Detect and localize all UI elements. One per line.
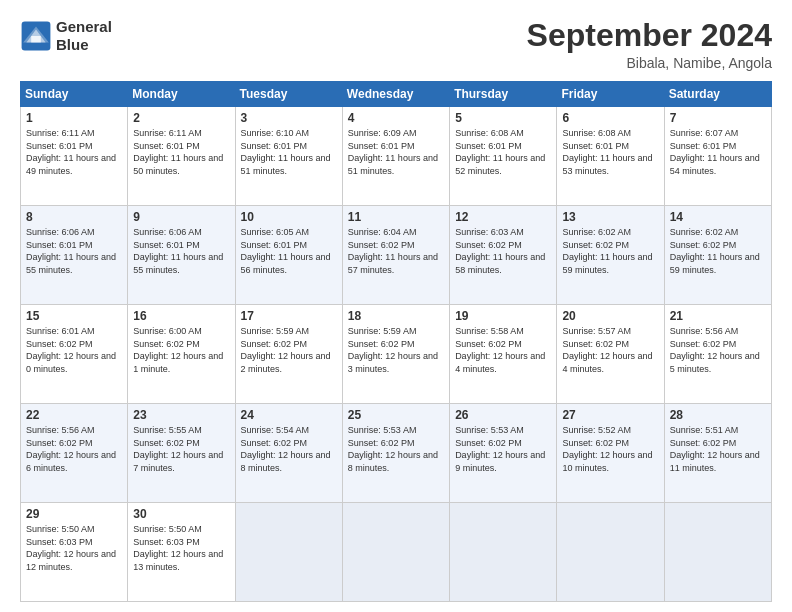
day-number: 8 xyxy=(26,210,122,224)
day-info: Sunrise: 6:04 AMSunset: 6:02 PMDaylight:… xyxy=(348,226,444,276)
day-info: Sunrise: 5:50 AMSunset: 6:03 PMDaylight:… xyxy=(26,523,122,573)
day-number: 6 xyxy=(562,111,658,125)
calendar-cell: 28Sunrise: 5:51 AMSunset: 6:02 PMDayligh… xyxy=(664,404,771,503)
calendar-cell: 29Sunrise: 5:50 AMSunset: 6:03 PMDayligh… xyxy=(21,503,128,602)
calendar-cell: 1Sunrise: 6:11 AMSunset: 6:01 PMDaylight… xyxy=(21,107,128,206)
day-info: Sunrise: 5:57 AMSunset: 6:02 PMDaylight:… xyxy=(562,325,658,375)
calendar-cell: 16Sunrise: 6:00 AMSunset: 6:02 PMDayligh… xyxy=(128,305,235,404)
weekday-header-saturday: Saturday xyxy=(664,82,771,107)
calendar-cell: 9Sunrise: 6:06 AMSunset: 6:01 PMDaylight… xyxy=(128,206,235,305)
day-number: 2 xyxy=(133,111,229,125)
day-number: 13 xyxy=(562,210,658,224)
day-number: 17 xyxy=(241,309,337,323)
weekday-header-sunday: Sunday xyxy=(21,82,128,107)
day-info: Sunrise: 6:02 AMSunset: 6:02 PMDaylight:… xyxy=(562,226,658,276)
calendar-cell: 26Sunrise: 5:53 AMSunset: 6:02 PMDayligh… xyxy=(450,404,557,503)
day-info: Sunrise: 6:06 AMSunset: 6:01 PMDaylight:… xyxy=(133,226,229,276)
day-info: Sunrise: 6:00 AMSunset: 6:02 PMDaylight:… xyxy=(133,325,229,375)
day-info: Sunrise: 5:59 AMSunset: 6:02 PMDaylight:… xyxy=(241,325,337,375)
calendar-cell: 5Sunrise: 6:08 AMSunset: 6:01 PMDaylight… xyxy=(450,107,557,206)
page: General Blue September 2024 Bibala, Nami… xyxy=(0,0,792,612)
day-info: Sunrise: 6:09 AMSunset: 6:01 PMDaylight:… xyxy=(348,127,444,177)
logo: General Blue xyxy=(20,18,112,54)
calendar-cell: 23Sunrise: 5:55 AMSunset: 6:02 PMDayligh… xyxy=(128,404,235,503)
calendar-cell: 10Sunrise: 6:05 AMSunset: 6:01 PMDayligh… xyxy=(235,206,342,305)
header: General Blue September 2024 Bibala, Nami… xyxy=(20,18,772,71)
day-number: 12 xyxy=(455,210,551,224)
calendar-header-row: SundayMondayTuesdayWednesdayThursdayFrid… xyxy=(21,82,772,107)
calendar-table: SundayMondayTuesdayWednesdayThursdayFrid… xyxy=(20,81,772,602)
calendar-cell: 25Sunrise: 5:53 AMSunset: 6:02 PMDayligh… xyxy=(342,404,449,503)
day-info: Sunrise: 6:07 AMSunset: 6:01 PMDaylight:… xyxy=(670,127,766,177)
day-info: Sunrise: 6:02 AMSunset: 6:02 PMDaylight:… xyxy=(670,226,766,276)
day-info: Sunrise: 6:11 AMSunset: 6:01 PMDaylight:… xyxy=(26,127,122,177)
weekday-header-monday: Monday xyxy=(128,82,235,107)
day-number: 10 xyxy=(241,210,337,224)
day-info: Sunrise: 6:08 AMSunset: 6:01 PMDaylight:… xyxy=(455,127,551,177)
calendar-cell: 6Sunrise: 6:08 AMSunset: 6:01 PMDaylight… xyxy=(557,107,664,206)
day-number: 30 xyxy=(133,507,229,521)
calendar-cell xyxy=(342,503,449,602)
day-number: 20 xyxy=(562,309,658,323)
title-block: September 2024 Bibala, Namibe, Angola xyxy=(527,18,772,71)
calendar-week-2: 8Sunrise: 6:06 AMSunset: 6:01 PMDaylight… xyxy=(21,206,772,305)
calendar-cell: 17Sunrise: 5:59 AMSunset: 6:02 PMDayligh… xyxy=(235,305,342,404)
day-number: 18 xyxy=(348,309,444,323)
day-number: 15 xyxy=(26,309,122,323)
day-number: 23 xyxy=(133,408,229,422)
day-info: Sunrise: 5:53 AMSunset: 6:02 PMDaylight:… xyxy=(455,424,551,474)
calendar-cell: 7Sunrise: 6:07 AMSunset: 6:01 PMDaylight… xyxy=(664,107,771,206)
day-info: Sunrise: 5:54 AMSunset: 6:02 PMDaylight:… xyxy=(241,424,337,474)
calendar-cell: 12Sunrise: 6:03 AMSunset: 6:02 PMDayligh… xyxy=(450,206,557,305)
calendar-week-5: 29Sunrise: 5:50 AMSunset: 6:03 PMDayligh… xyxy=(21,503,772,602)
day-info: Sunrise: 6:06 AMSunset: 6:01 PMDaylight:… xyxy=(26,226,122,276)
day-number: 19 xyxy=(455,309,551,323)
weekday-header-tuesday: Tuesday xyxy=(235,82,342,107)
day-info: Sunrise: 6:10 AMSunset: 6:01 PMDaylight:… xyxy=(241,127,337,177)
calendar-cell: 2Sunrise: 6:11 AMSunset: 6:01 PMDaylight… xyxy=(128,107,235,206)
calendar-week-1: 1Sunrise: 6:11 AMSunset: 6:01 PMDaylight… xyxy=(21,107,772,206)
day-number: 1 xyxy=(26,111,122,125)
calendar-week-3: 15Sunrise: 6:01 AMSunset: 6:02 PMDayligh… xyxy=(21,305,772,404)
day-number: 25 xyxy=(348,408,444,422)
calendar-cell: 24Sunrise: 5:54 AMSunset: 6:02 PMDayligh… xyxy=(235,404,342,503)
calendar-week-4: 22Sunrise: 5:56 AMSunset: 6:02 PMDayligh… xyxy=(21,404,772,503)
calendar-cell: 4Sunrise: 6:09 AMSunset: 6:01 PMDaylight… xyxy=(342,107,449,206)
calendar-cell: 22Sunrise: 5:56 AMSunset: 6:02 PMDayligh… xyxy=(21,404,128,503)
day-info: Sunrise: 5:55 AMSunset: 6:02 PMDaylight:… xyxy=(133,424,229,474)
day-info: Sunrise: 6:03 AMSunset: 6:02 PMDaylight:… xyxy=(455,226,551,276)
day-number: 21 xyxy=(670,309,766,323)
day-info: Sunrise: 6:05 AMSunset: 6:01 PMDaylight:… xyxy=(241,226,337,276)
calendar-cell: 30Sunrise: 5:50 AMSunset: 6:03 PMDayligh… xyxy=(128,503,235,602)
calendar-cell xyxy=(235,503,342,602)
calendar-cell: 11Sunrise: 6:04 AMSunset: 6:02 PMDayligh… xyxy=(342,206,449,305)
weekday-header-thursday: Thursday xyxy=(450,82,557,107)
svg-rect-3 xyxy=(31,36,41,42)
day-info: Sunrise: 5:53 AMSunset: 6:02 PMDaylight:… xyxy=(348,424,444,474)
day-number: 3 xyxy=(241,111,337,125)
location: Bibala, Namibe, Angola xyxy=(527,55,772,71)
day-number: 16 xyxy=(133,309,229,323)
calendar-cell xyxy=(664,503,771,602)
day-info: Sunrise: 6:08 AMSunset: 6:01 PMDaylight:… xyxy=(562,127,658,177)
calendar-cell: 3Sunrise: 6:10 AMSunset: 6:01 PMDaylight… xyxy=(235,107,342,206)
day-number: 9 xyxy=(133,210,229,224)
day-info: Sunrise: 6:01 AMSunset: 6:02 PMDaylight:… xyxy=(26,325,122,375)
calendar-cell: 18Sunrise: 5:59 AMSunset: 6:02 PMDayligh… xyxy=(342,305,449,404)
day-number: 11 xyxy=(348,210,444,224)
day-number: 7 xyxy=(670,111,766,125)
calendar-cell xyxy=(557,503,664,602)
calendar-cell: 14Sunrise: 6:02 AMSunset: 6:02 PMDayligh… xyxy=(664,206,771,305)
calendar-body: 1Sunrise: 6:11 AMSunset: 6:01 PMDaylight… xyxy=(21,107,772,602)
day-number: 5 xyxy=(455,111,551,125)
day-info: Sunrise: 5:56 AMSunset: 6:02 PMDaylight:… xyxy=(26,424,122,474)
day-info: Sunrise: 5:58 AMSunset: 6:02 PMDaylight:… xyxy=(455,325,551,375)
calendar-cell xyxy=(450,503,557,602)
calendar-cell: 19Sunrise: 5:58 AMSunset: 6:02 PMDayligh… xyxy=(450,305,557,404)
calendar-cell: 15Sunrise: 6:01 AMSunset: 6:02 PMDayligh… xyxy=(21,305,128,404)
logo-text: General Blue xyxy=(56,18,112,54)
calendar-cell: 13Sunrise: 6:02 AMSunset: 6:02 PMDayligh… xyxy=(557,206,664,305)
day-info: Sunrise: 5:52 AMSunset: 6:02 PMDaylight:… xyxy=(562,424,658,474)
day-info: Sunrise: 5:51 AMSunset: 6:02 PMDaylight:… xyxy=(670,424,766,474)
day-number: 28 xyxy=(670,408,766,422)
